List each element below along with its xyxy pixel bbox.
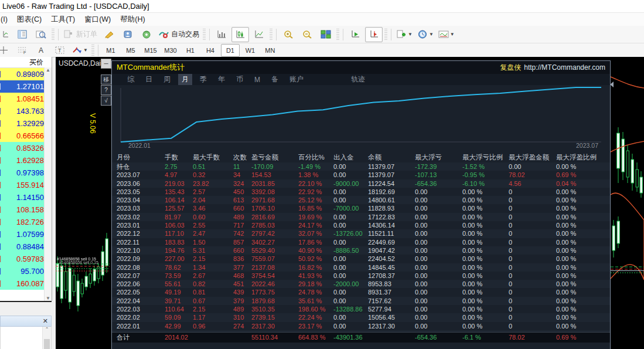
cell: 0.00 % xyxy=(462,322,509,330)
close-icon[interactable]: ✕ xyxy=(40,317,51,325)
cell: 1.34 xyxy=(193,263,233,272)
cell: 0.00 % xyxy=(556,229,610,238)
chevron-down-icon[interactable]: ▼ xyxy=(450,32,455,37)
brand-url[interactable]: http://MTCommander.com xyxy=(524,63,605,72)
menu-item-3[interactable]: 工具(T) xyxy=(50,13,83,26)
cell: 最大浮亏比例 xyxy=(462,153,509,162)
timeframe-button-d1[interactable]: D1 xyxy=(221,44,240,57)
cell: 12317.30 xyxy=(368,322,415,330)
cell: 最大浮盈金额 xyxy=(509,153,556,162)
toolbar-separator xyxy=(270,29,272,40)
news-button[interactable] xyxy=(138,27,155,42)
zoom-out-button[interactable] xyxy=(298,27,316,42)
chevron-down-icon[interactable]: ▼ xyxy=(429,32,434,37)
cell: -6.1 % xyxy=(462,333,509,343)
cell: 24.78 % xyxy=(298,288,333,296)
timeframe-button-w1[interactable]: W1 xyxy=(241,44,260,57)
data-window-button[interactable] xyxy=(32,27,50,42)
text-label-button[interactable]: A xyxy=(32,43,50,58)
cell: 5.31 xyxy=(193,246,233,255)
apply-button[interactable]: √ xyxy=(101,96,111,106)
cell: 0 xyxy=(509,213,556,221)
cell: 17122.83 xyxy=(368,213,415,221)
timeframe-button-h4[interactable]: H4 xyxy=(201,44,220,57)
timeframe-button-m1[interactable]: M1 xyxy=(101,44,120,57)
stats-tab-备[interactable]: 备 xyxy=(268,74,282,85)
new-order-button[interactable]: 新订单 xyxy=(62,27,99,42)
cell: 7559.07 xyxy=(251,255,298,263)
timeframe-button-mn[interactable]: MN xyxy=(261,44,280,57)
new-order-label: 新订单 xyxy=(76,29,97,39)
chart-window-button[interactable] xyxy=(0,27,12,42)
stats-tab-季[interactable]: 季 xyxy=(196,74,210,85)
stats-tab-年[interactable]: 年 xyxy=(214,74,229,85)
help-button[interactable]: ? xyxy=(101,85,111,95)
cell: -7000.00 xyxy=(333,204,368,212)
crosshair-icon xyxy=(0,46,9,55)
publish-button[interactable] xyxy=(119,27,137,42)
indicators-button[interactable]: ▼ xyxy=(394,27,414,42)
chart-area[interactable]: USDCAD,Daily ─ #146858658 sell 0.15 #146… xyxy=(56,57,644,349)
timeframe-button-h1[interactable]: H1 xyxy=(181,44,200,57)
menu-item-5[interactable]: 帮助(H) xyxy=(119,13,153,26)
cell: 11379.07 xyxy=(368,171,415,179)
text-box-button[interactable]: T xyxy=(51,43,69,58)
timeframe-button-m15[interactable]: M15 xyxy=(141,44,160,57)
cell: 34 xyxy=(233,171,251,179)
stats-table-row: 2022.0439.710.673791879.6835.61 %0.00715… xyxy=(112,297,610,305)
menu-item-1[interactable]: (I) xyxy=(0,14,16,25)
timeframe-button-m30[interactable]: M30 xyxy=(161,44,180,57)
line-chart-button[interactable] xyxy=(250,27,268,42)
symbol-fragment: ▏ xyxy=(0,243,5,250)
crosshair-button[interactable] xyxy=(0,43,12,58)
stats-tab-账户[interactable]: 账户 xyxy=(286,74,307,85)
candlestick-chart-button[interactable] xyxy=(231,27,249,42)
cell: 0.96 xyxy=(193,322,233,330)
cell: 22.92 % xyxy=(298,188,333,196)
cell: 0.04 % xyxy=(556,179,610,188)
chevron-down-icon[interactable]: ▼ xyxy=(83,48,88,53)
scroll-down-icon[interactable]: ▼ xyxy=(46,296,50,301)
move-panel-button[interactable]: 移 xyxy=(101,74,111,84)
zoom-in-button[interactable] xyxy=(280,27,297,42)
chart-minimize-button[interactable]: ─ xyxy=(101,59,111,69)
auto-trading-button[interactable]: 自动交易 xyxy=(156,27,201,42)
scroll-up-icon[interactable]: ▲ xyxy=(46,67,50,73)
fibonacci-button[interactable]: F xyxy=(13,43,31,58)
cell: 16.85 % xyxy=(298,204,333,212)
cell: 489 xyxy=(233,305,251,313)
stats-tab-M[interactable]: M xyxy=(251,75,264,84)
menu-item-4[interactable]: 窗口(W) xyxy=(83,13,119,26)
market-watch-scrollbar[interactable]: ▲▼ xyxy=(44,67,52,301)
cell: 39.71 xyxy=(165,297,193,305)
scrollbar-thumb[interactable] xyxy=(44,339,50,349)
cell: 2023.06 xyxy=(117,179,165,188)
cell: 2.75 xyxy=(165,162,193,171)
menu-item-2[interactable]: 图表(C) xyxy=(16,13,50,26)
market-watch-button[interactable] xyxy=(13,27,31,42)
stats-tab-币[interactable]: 币 xyxy=(233,74,247,85)
templates-button[interactable]: ▼ xyxy=(437,27,456,42)
cell: 219.03 xyxy=(165,179,193,188)
tile-windows-button[interactable] xyxy=(317,27,335,42)
stats-tab-综[interactable]: 综 xyxy=(124,74,138,85)
stats-tab-轨迹[interactable]: 轨迹 xyxy=(347,74,369,85)
periods-button[interactable]: ▼ xyxy=(415,27,435,42)
auto-scroll-button[interactable] xyxy=(346,27,364,42)
stats-tab-周[interactable]: 周 xyxy=(160,74,174,85)
crayon-button[interactable] xyxy=(100,27,118,42)
cell: 11521.11 xyxy=(368,229,415,238)
chevron-down-icon[interactable]: ▼ xyxy=(408,32,413,37)
timeframe-button-m5[interactable]: M5 xyxy=(121,44,140,57)
chart-shift-button[interactable] xyxy=(365,27,383,42)
stats-table-row: 2023.04106.142.046132971.6825.12 %0.0014… xyxy=(112,196,610,204)
arrow-tools-button[interactable]: ▼ xyxy=(70,43,90,58)
stats-tab-日[interactable]: 日 xyxy=(142,74,156,85)
cell: 1879.68 xyxy=(251,297,298,305)
navigator-scrollbar[interactable]: ⌃ xyxy=(42,327,51,349)
bar-chart-button[interactable] xyxy=(213,27,230,42)
symbol-fragment: ▏ xyxy=(0,157,5,164)
stats-tab-月[interactable]: 月 xyxy=(178,74,192,85)
cell: 0.00 % xyxy=(556,162,610,171)
cell: 2022.05 xyxy=(117,288,165,296)
